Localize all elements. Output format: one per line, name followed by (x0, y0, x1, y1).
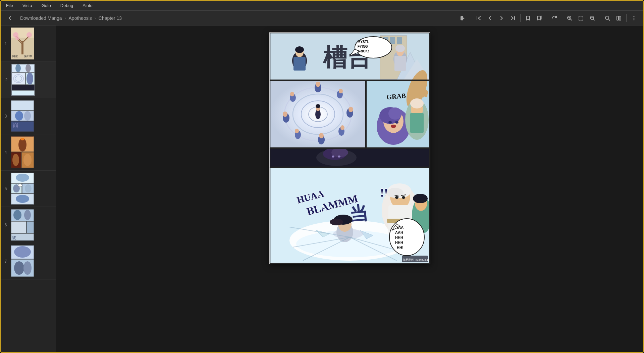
thumb-image-7 (11, 245, 34, 277)
svg-point-99 (316, 82, 320, 87)
zoom-in-button[interactable] (564, 13, 575, 24)
zoom-out-button[interactable] (587, 13, 598, 24)
thumb-number-2: 2 (4, 78, 9, 82)
manga-viewer[interactable]: 槽台 (56, 26, 643, 353)
thumbnail-item-5[interactable]: 5 (1, 171, 56, 207)
svg-point-176 (389, 219, 424, 256)
svg-text:彼: 彼 (12, 235, 16, 240)
bookmarks-button[interactable] (534, 13, 545, 24)
svg-point-65 (14, 246, 31, 258)
breadcrumb-sep-1: › (65, 16, 66, 20)
svg-text:xuanhua.163.com: xuanhua.163.com (416, 258, 430, 261)
svg-text:HHH: HHH (395, 235, 403, 239)
svg-rect-10 (21, 41, 23, 54)
svg-point-125 (395, 121, 398, 124)
svg-text:FYING: FYING (358, 45, 368, 48)
prev-page-button[interactable] (485, 13, 495, 24)
svg-point-22 (25, 64, 31, 72)
thumbnail-item-1[interactable]: 1 阿波 第13章 (1, 26, 56, 62)
thumbnail-item-6[interactable]: 6 彼 (1, 207, 56, 243)
svg-text:第13章: 第13章 (24, 55, 32, 58)
svg-point-134 (410, 98, 424, 108)
menu-file[interactable]: File (4, 2, 15, 9)
bookmark-button[interactable] (523, 13, 533, 24)
svg-point-54 (16, 195, 29, 203)
thumbnail-item-3[interactable]: 3 崩 (1, 98, 56, 134)
svg-point-33 (15, 111, 23, 121)
menu-goto[interactable]: Goto (40, 2, 53, 9)
svg-point-6 (634, 17, 635, 18)
svg-point-40 (20, 138, 24, 140)
svg-point-2 (605, 16, 609, 19)
zoom-fit-button[interactable] (576, 13, 586, 24)
svg-rect-3 (617, 16, 619, 20)
svg-rect-59 (11, 221, 26, 233)
back-button[interactable] (5, 13, 15, 24)
svg-point-153 (330, 219, 343, 225)
svg-point-140 (332, 156, 334, 158)
menu-debug[interactable]: Debug (58, 2, 75, 9)
svg-point-126 (391, 125, 396, 128)
svg-point-107 (319, 133, 324, 138)
svg-point-81 (295, 46, 304, 53)
svg-rect-29 (12, 90, 35, 95)
svg-point-101 (339, 89, 343, 93)
menu-aiuto[interactable]: Aiuto (80, 2, 95, 9)
svg-rect-135 (410, 113, 424, 133)
svg-point-111 (283, 112, 287, 117)
svg-text:阿波: 阿波 (12, 55, 18, 58)
night-mode-button[interactable] (458, 13, 469, 24)
svg-point-166 (387, 188, 404, 198)
svg-text:阅易漫画: 阅易漫画 (403, 258, 414, 261)
breadcrumb-title[interactable]: Apotheosis (69, 15, 92, 21)
svg-point-7 (634, 19, 635, 20)
search-button[interactable] (602, 13, 613, 24)
svg-rect-31 (11, 100, 34, 111)
refresh-button[interactable] (549, 13, 560, 24)
svg-point-16 (15, 36, 19, 40)
svg-rect-86 (394, 56, 406, 71)
thumb-number-7: 7 (3, 259, 8, 264)
menu-bar: File Vista Goto Debug Aiuto (1, 1, 643, 11)
reading-mode-button[interactable] (613, 13, 624, 24)
next-page-button[interactable] (496, 13, 507, 24)
svg-point-105 (340, 125, 344, 130)
svg-point-58 (24, 210, 31, 220)
thumb-image-3: 崩 (11, 100, 34, 132)
thumb-number-5: 5 (3, 186, 8, 191)
svg-point-57 (13, 210, 21, 220)
thumb-image-4 (11, 136, 34, 168)
breadcrumb-chapter[interactable]: Chapter 13 (99, 15, 122, 21)
svg-rect-28 (12, 85, 35, 90)
svg-point-15 (26, 32, 32, 38)
svg-point-34 (24, 111, 31, 121)
svg-point-170 (402, 196, 405, 199)
svg-rect-82 (293, 57, 306, 71)
toolbar-right (458, 13, 639, 24)
svg-point-103 (348, 107, 353, 112)
svg-point-169 (395, 196, 398, 199)
menu-vista[interactable]: Vista (20, 2, 34, 9)
thumb-number-1: 1 (3, 41, 8, 46)
svg-rect-4 (619, 16, 621, 20)
thumbnail-item-2[interactable]: 2 (1, 62, 56, 98)
more-options-button[interactable] (629, 13, 639, 24)
svg-point-21 (15, 64, 21, 72)
svg-point-113 (290, 92, 294, 96)
breadcrumb-parent[interactable]: Downloaded Manga (20, 15, 62, 21)
svg-point-109 (295, 129, 299, 133)
svg-point-5 (634, 16, 635, 17)
svg-rect-20 (12, 64, 35, 73)
thumb-image-2 (11, 64, 35, 96)
svg-point-85 (395, 45, 405, 52)
svg-text:YAA: YAA (396, 225, 404, 229)
svg-point-52 (18, 184, 22, 187)
last-page-button[interactable] (507, 13, 518, 24)
thumbnail-item-7[interactable]: 7 (1, 243, 56, 279)
svg-rect-60 (26, 221, 34, 233)
thumbnail-item-4[interactable]: 4 (1, 134, 56, 171)
toolbar: Downloaded Manga › Apotheosis › Chapter … (1, 11, 643, 26)
first-page-button[interactable] (473, 13, 484, 24)
svg-rect-75 (397, 37, 402, 44)
svg-point-27 (26, 73, 33, 85)
